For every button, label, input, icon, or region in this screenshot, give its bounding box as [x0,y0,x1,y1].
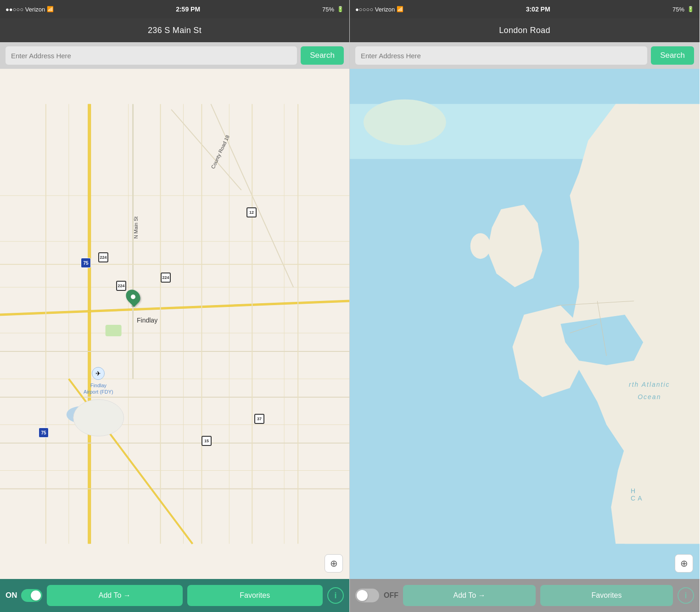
svg-point-37 [364,100,446,145]
right-battery-icon: 🔋 [687,6,694,12]
right-status-left: ●○○○○ Verizon 📶 [355,6,403,13]
r224-shield-2: 224 [161,273,171,283]
left-battery-pct: 75% [322,6,334,13]
svg-rect-0 [0,104,349,544]
n-main-st-label: N Main St [133,217,139,239]
right-crosshair-button[interactable]: ⊕ [675,554,693,573]
right-battery-pct: 75% [672,6,684,13]
right-bottom-bar: OFF Add To → Favorites i [350,579,700,612]
right-search-bar: Search [350,42,700,69]
svg-rect-32 [106,325,122,336]
left-title-bar: 236 S Main St [0,18,349,42]
airport-icon: ✈ [92,367,105,380]
left-title: 236 S Main St [148,26,202,35]
right-map-area[interactable]: London Paris Rome Moscow Cairo Lagos Nai… [350,69,700,579]
left-status-right: 75% 🔋 [322,6,344,13]
r224-shield-3: 224 [116,281,126,291]
right-title-bar: London Road [350,18,700,42]
left-carrier: ●●○○○ Verizon [6,6,45,13]
r12-shield: 12 [246,207,257,217]
left-status-left: ●●○○○ Verizon 📶 [6,6,54,13]
left-search-button[interactable]: Search [301,46,344,65]
left-crosshair-button[interactable]: ⊕ [325,554,343,573]
right-carrier: ●○○○○ Verizon [355,6,395,13]
right-toggle-label: OFF [384,591,398,600]
right-status-bar: ●○○○○ Verizon 📶 3:02 PM 75% 🔋 [350,0,700,18]
right-favorites-button[interactable]: Favorites [540,585,673,606]
right-search-button[interactable]: Search [651,46,694,65]
left-add-to-button[interactable]: Add To → [47,585,183,606]
right-address-input[interactable] [355,46,647,65]
right-title: London Road [499,26,550,35]
right-status-right: 75% 🔋 [672,6,694,13]
atlantic-ocean-label: rth AtlanticOcean [629,378,670,403]
left-favorites-button[interactable]: Favorites [187,585,323,606]
right-map-svg [350,69,700,579]
left-time: 2:59 PM [176,6,200,13]
left-map-area[interactable]: County Road 18 N Main St Findlay 75 224 … [0,69,349,579]
left-status-bar: ●●○○○ Verizon 📶 2:59 PM 75% 🔋 [0,0,349,18]
right-add-to-button[interactable]: Add To → [403,585,536,606]
left-info-button[interactable]: i [327,587,344,604]
left-battery-icon: 🔋 [337,6,344,12]
left-toggle-track[interactable] [21,589,42,602]
left-map-roads [0,69,349,579]
airport-label: FindlayAirport (FDY) [84,382,113,395]
right-info-button[interactable]: i [678,587,694,604]
left-address-input[interactable] [6,46,297,65]
left-bottom-bar: ON Add To → Favorites i [0,579,349,612]
right-wifi-icon: 📶 [397,6,403,12]
left-map-pin [127,289,140,307]
svg-point-38 [470,233,491,259]
findlay-label: Findlay [137,317,157,324]
i75-shield-top: 75 [81,258,91,268]
i75-shield-bot: 75 [39,428,49,438]
r15-shield: 15 [202,436,212,446]
left-phone-panel: ●●○○○ Verizon 📶 2:59 PM 75% 🔋 236 S Main… [0,0,350,612]
right-toggle-thumb [357,590,368,601]
right-map: London Paris Rome Moscow Cairo Lagos Nai… [350,69,700,579]
svg-point-34 [73,400,124,436]
left-toggle[interactable]: ON [6,589,42,602]
r37-shield: 37 [254,414,264,424]
left-search-bar: Search [0,42,349,69]
right-time: 3:02 PM [526,6,550,13]
r224-shield-1: 224 [98,252,108,262]
left-map: County Road 18 N Main St Findlay 75 224 … [0,69,349,579]
left-toggle-thumb [31,590,41,601]
right-toggle-track[interactable] [355,589,379,602]
right-toggle[interactable]: OFF [355,589,398,602]
left-toggle-label: ON [6,591,18,600]
left-wifi-icon: 📶 [47,6,54,12]
right-phone-panel: ●○○○○ Verizon 📶 3:02 PM 75% 🔋 London Roa… [350,0,700,612]
partial-label-1: HC A [631,487,643,502]
